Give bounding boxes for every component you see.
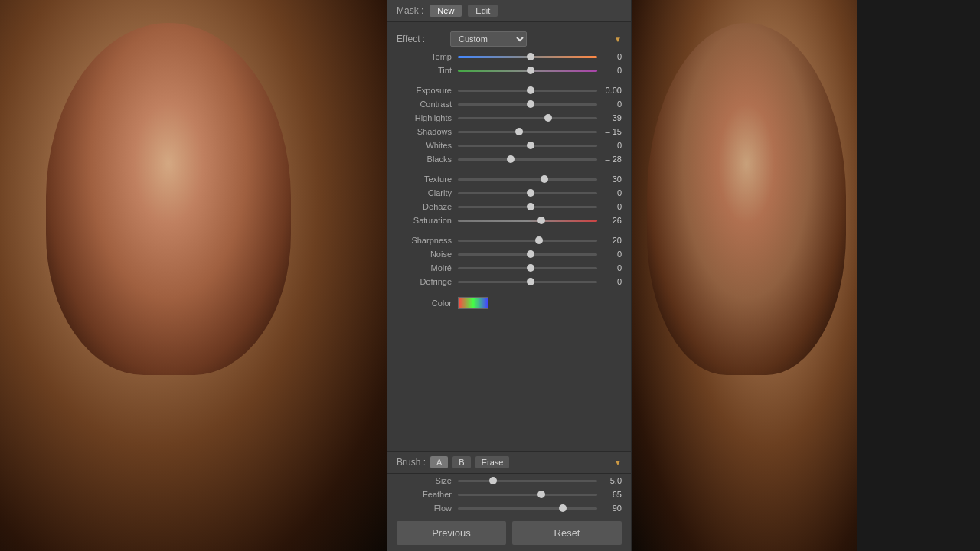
feather-track[interactable] [458,494,597,496]
dehaze-label: Dehaze [397,202,452,211]
color-swatch[interactable] [458,297,488,309]
defringe-thumb[interactable] [527,278,534,285]
photo-before [0,0,387,551]
footer-buttons: Previous Reset [387,515,631,551]
moire-track[interactable] [458,267,597,269]
size-label: Size [397,476,452,485]
contrast-thumb[interactable] [527,100,534,108]
clarity-label: Clarity [397,188,452,197]
tint-value: 0 [597,66,622,75]
tint-thumb[interactable] [527,67,534,74]
panel-footer: Brush : A B Erase ▼ Size 5.0 Feather [387,451,631,551]
exposure-label: Exposure [397,86,452,95]
flow-track[interactable] [458,507,597,510]
clarity-track[interactable] [458,192,597,194]
exposure-thumb[interactable] [527,86,534,94]
moire-thumb[interactable] [527,264,534,272]
texture-track[interactable] [458,178,597,181]
exposure-track[interactable] [458,90,597,92]
sharpness-thumb[interactable] [535,236,543,244]
panel-header: Mask : New Edit [387,0,631,22]
blacks-track[interactable] [458,158,597,161]
contrast-value: 0 [597,99,622,109]
effect-label: Effect : [397,34,450,44]
size-slider-row: Size 5.0 [387,474,631,487]
panel-body: Effect : Custom Soften Skin Brighten Ski… [387,22,631,451]
noise-slider-row: Noise 0 [387,247,631,261]
highlights-thumb[interactable] [544,114,552,122]
sharpness-label: Sharpness [397,236,452,245]
brush-b-button[interactable]: B [452,456,470,468]
saturation-label: Saturation [397,216,452,225]
defringe-track[interactable] [458,281,597,283]
edit-button[interactable]: Edit [468,5,498,17]
exposure-slider-row: Exposure 0.00 [387,83,631,97]
effect-row: Effect : Custom Soften Skin Brighten Ski… [387,28,631,50]
tint-track[interactable] [458,70,597,72]
dehaze-thumb[interactable] [527,203,534,210]
temp-track[interactable] [458,56,597,58]
sharpness-track[interactable] [458,240,597,242]
noise-label: Noise [397,249,452,259]
color-label: Color [397,298,452,308]
texture-value: 30 [597,174,622,184]
flow-slider-row: Flow 90 [387,501,631,515]
shadows-thumb[interactable] [515,128,523,135]
brush-dropdown-arrow: ▼ [614,458,622,467]
previous-button[interactable]: Previous [397,521,506,545]
temp-slider-row: Temp 0 [387,50,631,64]
dehaze-slider-row: Dehaze 0 [387,200,631,214]
sharpness-slider-row: Sharpness 20 [387,233,631,247]
size-thumb[interactable] [489,477,497,484]
saturation-thumb[interactable] [537,217,545,224]
reset-button[interactable]: Reset [512,521,622,545]
highlights-track[interactable] [458,117,597,119]
flow-value: 90 [597,504,622,513]
adjustment-panel: Mask : New Edit Effect : Custom Soften S… [387,0,632,551]
highlights-label: Highlights [397,113,452,122]
new-button[interactable]: New [430,5,462,17]
blacks-thumb[interactable] [507,155,514,163]
blacks-value: – 28 [597,155,622,164]
brush-a-button[interactable]: A [430,456,448,468]
moire-slider-row: Moiré 0 [387,261,631,275]
dehaze-value: 0 [597,202,622,211]
shadows-label: Shadows [397,127,452,136]
moire-label: Moiré [397,263,452,272]
contrast-slider-row: Contrast 0 [387,97,631,111]
whites-thumb[interactable] [527,142,534,149]
shadows-track[interactable] [458,131,597,133]
tint-label: Tint [397,66,452,75]
feather-value: 65 [597,490,622,499]
temp-thumb[interactable] [527,53,534,60]
clarity-value: 0 [597,188,622,197]
clarity-thumb[interactable] [527,189,534,197]
saturation-slider-row: Saturation 26 [387,214,631,227]
dehaze-track[interactable] [458,206,597,208]
exposure-value: 0.00 [597,86,622,95]
highlights-slider-row: Highlights 39 [387,111,631,125]
noise-track[interactable] [458,253,597,256]
flow-label: Flow [397,504,452,513]
whites-slider-row: Whites 0 [387,139,631,152]
temp-label: Temp [397,52,452,61]
feather-slider-row: Feather 65 [387,487,631,501]
flow-thumb[interactable] [559,504,567,512]
size-track[interactable] [458,480,597,482]
shadows-slider-row: Shadows – 15 [387,125,631,139]
texture-thumb[interactable] [541,175,548,183]
noise-thumb[interactable] [527,250,534,258]
mask-label: Mask : [397,5,423,16]
main-container: Mask : New Edit Effect : Custom Soften S… [0,0,980,551]
saturation-track[interactable] [458,220,597,222]
contrast-track[interactable] [458,103,597,106]
feather-thumb[interactable] [537,491,545,498]
noise-value: 0 [597,249,622,259]
tint-slider-row: Tint 0 [387,64,631,77]
blacks-slider-row: Blacks – 28 [387,152,631,166]
effect-select[interactable]: Custom Soften Skin Brighten Skin [450,31,527,47]
defringe-slider-row: Defringe 0 [387,275,631,289]
clarity-slider-row: Clarity 0 [387,186,631,200]
whites-track[interactable] [458,145,597,147]
brush-erase-button[interactable]: Erase [475,456,510,468]
